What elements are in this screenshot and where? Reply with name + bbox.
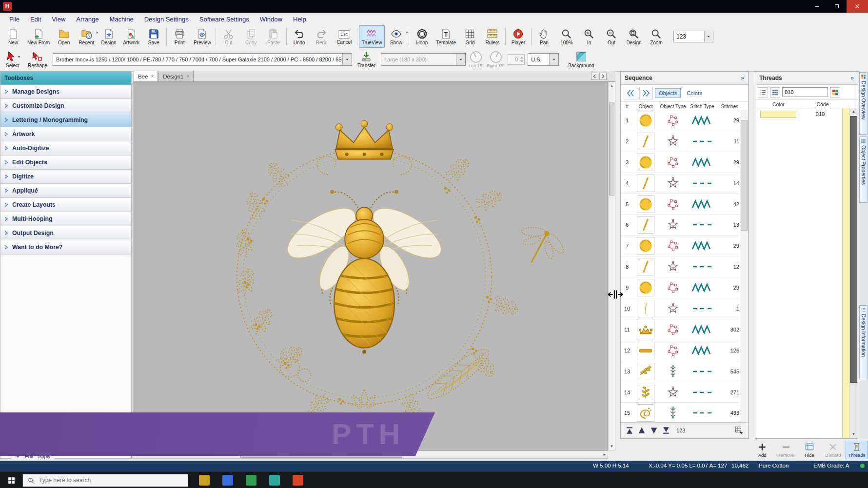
- sequence-grid-button[interactable]: [734, 426, 744, 435]
- toolbar-pan-button[interactable]: Pan: [533, 25, 555, 48]
- sequence-row[interactable]: 729: [621, 235, 748, 256]
- machine-model-select[interactable]: Brother Innov-is 1250 / 1200/ 1000 / PE-…: [53, 53, 352, 66]
- toolbar-preview-button[interactable]: Preview: [191, 25, 214, 48]
- toolbox-item-artwork[interactable]: Artwork: [0, 127, 131, 141]
- tab-object-properties[interactable]: Object Properties: [859, 137, 868, 203]
- sequence-row[interactable]: 13545: [621, 361, 748, 382]
- tab-close-icon[interactable]: ×: [187, 74, 190, 79]
- menu-file[interactable]: File: [4, 16, 25, 23]
- move-to-end-button[interactable]: [661, 426, 671, 435]
- minimize-button[interactable]: [808, 0, 827, 13]
- hoop-size-select[interactable]: Large (180 x 300): [381, 53, 466, 66]
- toolbar-open-button[interactable]: Open: [53, 25, 75, 48]
- threads-toggle-button[interactable]: Threads: [846, 441, 868, 459]
- scrollbar-thumb[interactable]: [609, 102, 614, 195]
- tab-design-overview[interactable]: Design Overview: [859, 72, 868, 135]
- toolbar-design-button[interactable]: Design: [623, 25, 645, 48]
- units-select[interactable]: U.S.: [528, 53, 559, 66]
- threads-scrollbar[interactable]: ▲ ▼: [849, 108, 858, 438]
- toolbar-out-button[interactable]: Out: [600, 25, 623, 48]
- start-button[interactable]: [0, 472, 22, 488]
- taskbar-app-icon[interactable]: [246, 475, 256, 486]
- thread-search-input[interactable]: [782, 87, 828, 97]
- rotate-right-dial[interactable]: Right 15°: [487, 51, 505, 68]
- toolbar-new-from-button[interactable]: New From: [24, 25, 53, 48]
- menu-machine[interactable]: Machine: [104, 16, 139, 23]
- toolbar-new-button[interactable]: New: [2, 25, 24, 48]
- canvas-vertical-scrollbar[interactable]: ▲ ▼: [608, 82, 615, 450]
- menu-help[interactable]: Help: [288, 16, 312, 23]
- canvas-tab-design1[interactable]: Design1×: [158, 71, 194, 81]
- toolbar-hoop-button[interactable]: Hoop: [411, 25, 433, 48]
- taskbar-app-icon[interactable]: [293, 475, 303, 486]
- combo-dropdown-button[interactable]: [342, 54, 352, 65]
- menu-arrange[interactable]: Arrange: [71, 16, 104, 23]
- move-up-button[interactable]: [637, 426, 647, 435]
- toolbar-design-button[interactable]: Design: [98, 25, 120, 48]
- taskbar-search[interactable]: [22, 474, 188, 487]
- toolbar-rulers-button[interactable]: Rulers: [481, 25, 504, 48]
- sequence-row[interactable]: 329: [621, 152, 748, 173]
- taskbar-app-icon[interactable]: [199, 475, 210, 486]
- sequence-row[interactable]: 812: [621, 256, 748, 277]
- toolbar-100-button[interactable]: 100%: [555, 25, 578, 48]
- sequence-row[interactable]: 211: [621, 131, 748, 152]
- menu-software-settings[interactable]: Software Settings: [194, 16, 255, 23]
- tab-scroll-right-icon[interactable]: [599, 73, 607, 80]
- menu-window[interactable]: Window: [255, 16, 288, 23]
- taskbar-app-icon[interactable]: [269, 475, 280, 486]
- toolbar-recent-button[interactable]: Recent▾: [75, 25, 98, 48]
- angle-spinner[interactable]: 0: [508, 54, 525, 65]
- thread-grid-view-button[interactable]: [770, 87, 780, 98]
- toolbar-template-button[interactable]: Template: [433, 25, 459, 48]
- combo-dropdown-button[interactable]: [456, 54, 465, 65]
- toolbar-save-button[interactable]: Save: [142, 25, 165, 48]
- toolbox-item-edit-objects[interactable]: Edit Objects: [0, 156, 131, 170]
- zoom-level-input[interactable]: [674, 31, 704, 42]
- sequence-row[interactable]: 11302: [621, 319, 748, 340]
- discard-thread-button[interactable]: Discard: [822, 441, 844, 459]
- toolbox-item-customize-design[interactable]: Customize Design: [0, 99, 131, 113]
- transfer-button[interactable]: Transfer: [355, 50, 378, 69]
- tab-objects[interactable]: Objects: [655, 88, 681, 98]
- hide-thread-button[interactable]: Hide: [798, 441, 821, 459]
- scrollbar-thumb[interactable]: [741, 120, 748, 231]
- toolbar-cancel-button[interactable]: EscCancel: [333, 25, 355, 48]
- maximize-button[interactable]: [827, 0, 847, 13]
- collapse-panel-icon[interactable]: »: [850, 75, 854, 81]
- toolbar-player-button[interactable]: Player: [507, 25, 530, 48]
- toolbar-paste-button[interactable]: Paste: [262, 25, 285, 48]
- toolbox-item-lettering-monogramming[interactable]: Lettering / Monogramming: [0, 113, 131, 127]
- zoom-level-combobox[interactable]: [673, 31, 713, 42]
- tab-scroll-left-icon[interactable]: [591, 73, 598, 80]
- remove-thread-button[interactable]: Remove: [774, 441, 797, 459]
- toolbar-in-button[interactable]: In: [578, 25, 600, 48]
- sequence-row[interactable]: 129: [621, 110, 748, 131]
- toolbox-item-want-to-do-more[interactable]: Want to do More?: [0, 240, 131, 254]
- toolbox-item-manage-designs[interactable]: Manage Designs: [0, 85, 131, 99]
- sequence-row[interactable]: 542: [621, 194, 748, 215]
- next-color-button[interactable]: [639, 87, 653, 99]
- thread-list-view-button[interactable]: [758, 87, 768, 98]
- move-to-start-button[interactable]: [625, 426, 634, 435]
- sequence-row[interactable]: 929: [621, 277, 748, 298]
- sequence-scrollbar[interactable]: [740, 110, 748, 423]
- tab-design-information[interactable]: Design Information: [859, 305, 868, 379]
- select-tool-button[interactable]: ▾ Select: [3, 50, 22, 69]
- toolbar-grid-button[interactable]: Grid: [459, 25, 481, 48]
- combo-dropdown-button[interactable]: [704, 31, 713, 42]
- toolbox-item-output-design[interactable]: Output Design: [0, 226, 131, 240]
- background-button[interactable]: Background: [566, 50, 596, 69]
- sequence-row[interactable]: 12126: [621, 340, 748, 361]
- sequence-row[interactable]: 14271: [621, 382, 748, 403]
- prev-color-button[interactable]: [624, 87, 637, 99]
- toolbar-show-button[interactable]: Show▾: [385, 25, 407, 48]
- toolbar-artwork-button[interactable]: Artwork: [120, 25, 142, 48]
- toolbar-undo-button[interactable]: Undo: [288, 25, 311, 48]
- sequence-row[interactable]: 101: [621, 298, 748, 319]
- canvas-tab-bee[interactable]: Bee×: [134, 71, 158, 81]
- taskbar-app-icon[interactable]: [222, 475, 233, 486]
- sequence-row[interactable]: 414: [621, 173, 748, 194]
- add-thread-button[interactable]: Add: [751, 441, 773, 459]
- tab-colors[interactable]: Colors: [683, 88, 706, 98]
